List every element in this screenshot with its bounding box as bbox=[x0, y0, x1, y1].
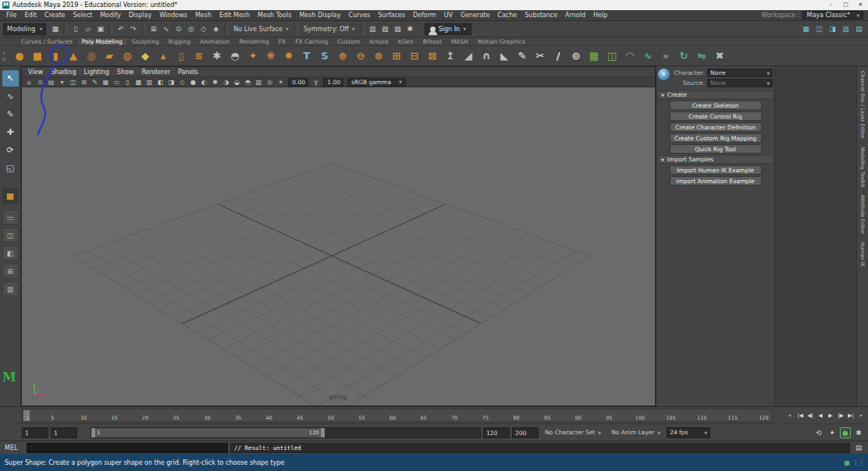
channel-box-toggle-icon[interactable]: ▤ bbox=[853, 23, 865, 35]
shelf-menu-icon[interactable]: ▾ bbox=[3, 51, 5, 55]
render-settings-icon[interactable]: ✱ bbox=[404, 23, 416, 35]
panel-menu-view[interactable]: View bbox=[25, 69, 46, 76]
quick-rig-tool-button[interactable]: Quick Rig Tool bbox=[670, 144, 762, 154]
rotate-tool-icon[interactable]: ⟳ bbox=[2, 142, 19, 158]
command-language-selector[interactable]: MEL bbox=[0, 444, 27, 452]
open-scene-icon[interactable]: ▱ bbox=[82, 23, 94, 35]
menu-create[interactable]: Create bbox=[41, 12, 69, 19]
shelf-tab-custom[interactable]: Custom bbox=[333, 38, 364, 45]
menu-surfaces[interactable]: Surfaces bbox=[374, 12, 409, 19]
menu-generate[interactable]: Generate bbox=[457, 12, 493, 19]
project-curve-on-mesh-icon[interactable]: ✎ bbox=[514, 48, 531, 65]
gate-mask-icon[interactable]: ▩ bbox=[133, 77, 144, 87]
animation-start-field[interactable]: 1 bbox=[22, 427, 48, 438]
shelf-tab-poly-modeling[interactable]: Poly Modeling bbox=[78, 38, 126, 45]
layout-outliner-persp-button[interactable]: ▥ bbox=[2, 282, 19, 296]
use-all-lights-icon[interactable]: ✱ bbox=[210, 77, 220, 87]
tool-settings-toggle-icon[interactable]: ▥ bbox=[840, 23, 852, 35]
live-surface-selector[interactable]: No Live Surface ▼ bbox=[230, 23, 292, 35]
poly-cone-icon[interactable]: ▲ bbox=[65, 48, 82, 65]
menu-curves[interactable]: Curves bbox=[344, 12, 374, 19]
isolate-select-icon[interactable]: ◎ bbox=[265, 77, 275, 87]
panel-tab-human-ik[interactable]: Human IK bbox=[859, 242, 866, 267]
poly-sphere-icon[interactable]: ● bbox=[11, 48, 28, 65]
field-chart-icon[interactable]: ▥ bbox=[144, 77, 155, 87]
view-transform-selector[interactable]: sRGB gamma ▼ bbox=[347, 78, 406, 87]
play-backwards-button[interactable]: ◀ bbox=[816, 410, 825, 420]
playback-range-bar[interactable]: 1 120 bbox=[91, 428, 325, 437]
mute-playback-icon[interactable]: ✦ bbox=[827, 427, 838, 438]
step-back-key-button[interactable]: |◀ bbox=[795, 410, 805, 420]
menu-mesh-tools[interactable]: Mesh Tools bbox=[254, 12, 295, 19]
motion-blur-icon[interactable]: ◓ bbox=[243, 77, 253, 87]
create-custom-rig-mapping-button[interactable]: Create Custom Rig Mapping bbox=[670, 133, 762, 143]
playback-loop-icon[interactable]: ⟲ bbox=[813, 427, 824, 438]
safe-title-icon[interactable]: ◨ bbox=[166, 77, 176, 87]
shelf-tab-sculpting[interactable]: Sculpting bbox=[128, 38, 163, 45]
menu-file[interactable]: File bbox=[2, 12, 20, 19]
menu-deform[interactable]: Deform bbox=[409, 12, 440, 19]
poly-disc-icon[interactable]: ◍ bbox=[119, 48, 136, 65]
menu-mesh[interactable]: Mesh bbox=[191, 12, 215, 19]
humanik-toggle-icon[interactable]: ◫ bbox=[813, 23, 825, 35]
fps-selector[interactable]: 24 fps ▼ bbox=[667, 427, 710, 438]
range-slider-track[interactable]: 1 120 bbox=[91, 427, 481, 438]
shelf-tab-bifrost[interactable]: Bifrost bbox=[419, 38, 446, 45]
menu-mesh-display[interactable]: Mesh Display bbox=[295, 12, 344, 19]
shelf-tab-motion-graphics[interactable]: Motion Graphics bbox=[474, 38, 529, 45]
menu-arnold[interactable]: Arnold bbox=[561, 12, 589, 19]
shelf-tab-curves-surfaces[interactable]: Curves / Surfaces bbox=[17, 38, 76, 45]
combine-icon[interactable]: ⊞ bbox=[388, 48, 405, 65]
symmetrize-icon[interactable]: ⇋ bbox=[693, 48, 710, 65]
scene-hierarchy-icon[interactable]: ▦ bbox=[49, 23, 61, 35]
playback-start-field[interactable]: 1 bbox=[51, 427, 77, 438]
exposure-field[interactable]: 0.00 bbox=[288, 78, 308, 87]
menu-display[interactable]: Display bbox=[125, 12, 156, 19]
snap-to-plane-icon[interactable]: ◇ bbox=[197, 23, 209, 35]
poly-cube-icon[interactable]: ■ bbox=[29, 48, 46, 65]
shelf-tab-fx-caching[interactable]: FX Caching bbox=[291, 38, 332, 45]
menu-modify[interactable]: Modify bbox=[96, 12, 125, 19]
maximize-button[interactable]: ▢ bbox=[838, 0, 853, 10]
crease-tool-icon[interactable]: » bbox=[657, 48, 674, 65]
shelf-tab-animation[interactable]: Animation bbox=[196, 38, 233, 45]
create-skeleton-button[interactable]: Create Skeleton bbox=[670, 101, 762, 110]
panel-menu-lighting[interactable]: Lighting bbox=[80, 69, 112, 76]
panel-menu-panels[interactable]: Panels bbox=[175, 69, 201, 76]
snap-to-grid-icon[interactable]: ⊞ bbox=[148, 23, 159, 35]
poly-soccer-ball-icon[interactable]: ◓ bbox=[226, 48, 244, 65]
extrude-icon[interactable]: ↥ bbox=[442, 48, 459, 65]
shelf-tab-fx[interactable]: FX bbox=[275, 38, 290, 45]
lasso-select-tool-icon[interactable]: ∿ bbox=[2, 88, 19, 104]
source-selector[interactable]: None ▼ bbox=[707, 79, 773, 87]
poly-gear-icon[interactable]: ✱ bbox=[208, 48, 226, 65]
move-tool-icon[interactable]: ✚ bbox=[2, 124, 19, 140]
animation-preferences-icon[interactable]: ✱ bbox=[853, 427, 864, 438]
select-tool-icon[interactable]: ↖ bbox=[2, 70, 19, 87]
mirror-icon[interactable]: ◫ bbox=[603, 48, 621, 65]
split-mesh-with-projected-curve-icon[interactable]: ✂ bbox=[532, 48, 549, 65]
type-tool-icon[interactable]: T bbox=[298, 48, 315, 65]
layout-two-panes-side-by-side-button[interactable]: ◫ bbox=[2, 228, 19, 243]
quad-draw-icon[interactable]: ▦ bbox=[585, 48, 603, 65]
range-end-handle[interactable] bbox=[321, 428, 325, 437]
super-ellipse-icon[interactable]: ✦ bbox=[244, 48, 261, 65]
menu-cache[interactable]: Cache bbox=[493, 12, 521, 19]
create-character-definition-button[interactable]: Create Character Definition bbox=[670, 122, 762, 132]
shaded-icon[interactable]: ● bbox=[188, 77, 198, 87]
xray-icon[interactable]: ▧ bbox=[254, 77, 264, 87]
go-to-end-button[interactable]: » bbox=[856, 410, 866, 420]
import-human-ik-example-button[interactable]: Import Human IK Example bbox=[670, 165, 762, 175]
character-set-selector[interactable]: No Character Set ▼ bbox=[541, 429, 605, 436]
step-forward-frame-button[interactable]: |▶ bbox=[836, 410, 845, 420]
layout-four-panes-button[interactable]: ⊞ bbox=[2, 264, 19, 278]
film-gate-icon[interactable]: ▭ bbox=[112, 77, 122, 87]
shelf-tab-mash[interactable]: MASH bbox=[447, 38, 472, 45]
paint-select-tool-icon[interactable]: ✎ bbox=[2, 106, 19, 122]
lock-camera-icon[interactable]: ⊙ bbox=[35, 77, 45, 87]
play-forwards-button[interactable]: ▶ bbox=[826, 410, 835, 420]
multi-cut-icon[interactable]: / bbox=[550, 48, 567, 65]
menu-substance[interactable]: Substance bbox=[521, 12, 561, 19]
last-tool-poly-cube-icon[interactable]: ■ bbox=[2, 188, 19, 204]
poly-plane-icon[interactable]: ▰ bbox=[101, 48, 118, 65]
